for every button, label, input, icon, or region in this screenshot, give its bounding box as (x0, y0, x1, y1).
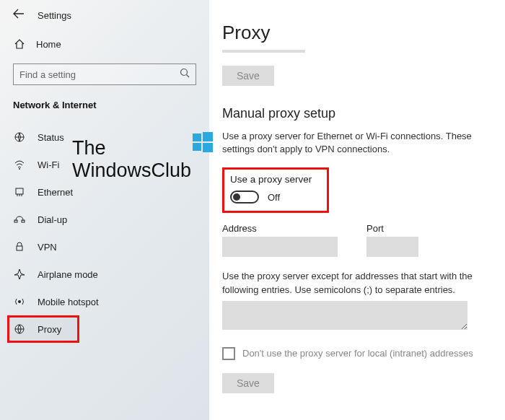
sidebar-item-label: Ethernet (38, 187, 73, 198)
proxy-toggle[interactable] (230, 191, 259, 204)
search-box[interactable] (13, 64, 196, 85)
divider (222, 50, 305, 53)
svg-rect-10 (22, 220, 25, 222)
main-content: Proxy Save Manual proxy setup Use a prox… (209, 0, 505, 420)
sidebar-item-wifi[interactable]: Wi-Fi (13, 151, 196, 178)
toggle-state: Off (268, 192, 280, 203)
sidebar-item-label: Mobile hotspot (38, 297, 99, 307)
port-label: Port (366, 223, 418, 234)
sidebar: Settings Home Network & Internet Status … (0, 0, 209, 420)
sidebar-item-label: Dial-up (38, 214, 67, 225)
home-label: Home (36, 39, 61, 50)
window-title: Settings (38, 10, 71, 21)
back-icon[interactable] (13, 9, 25, 22)
save-button-bottom[interactable]: Save (222, 373, 274, 393)
svg-line-1 (187, 75, 190, 78)
svg-point-4 (19, 168, 20, 170)
status-icon (13, 131, 26, 144)
svg-rect-5 (16, 188, 23, 194)
address-label: Address (222, 223, 338, 234)
exceptions-description: Use the proxy server except for addresse… (222, 270, 475, 296)
sidebar-item-hotspot[interactable]: Mobile hotspot (13, 288, 196, 315)
vpn-icon (13, 240, 26, 253)
sidebar-item-vpn[interactable]: VPN (13, 233, 196, 261)
sidebar-item-ethernet[interactable]: Ethernet (13, 178, 196, 206)
sidebar-item-label: Wi-Fi (38, 159, 59, 170)
section-heading: Manual proxy setup (222, 106, 498, 121)
local-checkbox-label: Don't use the proxy server for local (in… (242, 348, 473, 359)
save-button-top[interactable]: Save (222, 66, 274, 86)
address-input[interactable] (222, 237, 338, 257)
airplane-icon (13, 268, 26, 281)
proxy-toggle-highlight: Use a proxy server Off (222, 167, 329, 213)
sidebar-item-proxy[interactable]: Proxy (7, 315, 79, 343)
toggle-label: Use a proxy server (230, 174, 320, 185)
sidebar-item-label: VPN (38, 242, 57, 253)
dialup-icon (13, 213, 26, 226)
port-input[interactable] (366, 237, 418, 257)
header-row: Settings (13, 9, 196, 22)
sidebar-item-dialup[interactable]: Dial-up (13, 206, 196, 233)
home-button[interactable]: Home (13, 38, 196, 51)
sidebar-item-airplane[interactable]: Airplane mode (13, 261, 196, 288)
sidebar-item-label: Airplane mode (38, 269, 98, 280)
svg-rect-11 (17, 246, 22, 250)
svg-point-12 (18, 300, 21, 303)
proxy-icon (13, 323, 26, 336)
category-title: Network & Internet (13, 100, 196, 110)
sidebar-item-label: Proxy (38, 324, 61, 335)
section-description: Use a proxy server for Ethernet or Wi-Fi… (222, 130, 498, 156)
svg-point-0 (181, 69, 188, 76)
wifi-icon (13, 158, 26, 171)
sidebar-item-label: Status (38, 132, 64, 143)
search-icon (180, 68, 190, 81)
sidebar-item-status[interactable]: Status (13, 123, 196, 151)
search-input[interactable] (19, 69, 180, 80)
hotspot-icon (13, 295, 26, 308)
home-icon (13, 38, 26, 51)
page-title: Proxy (222, 22, 498, 44)
exceptions-input[interactable] (222, 301, 467, 330)
svg-rect-9 (14, 220, 17, 222)
local-checkbox[interactable] (222, 347, 235, 360)
ethernet-icon (13, 185, 26, 198)
